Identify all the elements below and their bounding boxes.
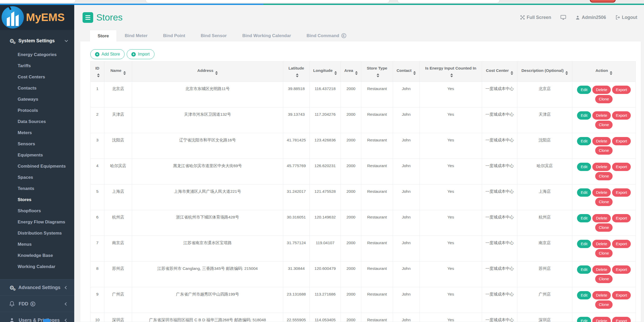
- sidebar-item-knowledge-base[interactable]: Knowledge Base: [0, 250, 74, 261]
- clone-button[interactable]: Clone: [595, 146, 613, 155]
- delete-button[interactable]: Delete: [592, 291, 611, 299]
- logo-text: MyEMS: [26, 11, 65, 24]
- export-button[interactable]: Export: [612, 214, 631, 222]
- edit-button[interactable]: Edit: [577, 240, 591, 248]
- tab-bind-command[interactable]: Bind CommandE: [299, 30, 354, 42]
- delete-button[interactable]: Delete: [592, 137, 611, 145]
- sidebar-item-energy-categories[interactable]: Energy Categories: [0, 49, 74, 60]
- sidebar-item-gateways[interactable]: Gateways: [0, 94, 74, 105]
- export-button[interactable]: Export: [612, 137, 631, 145]
- export-button[interactable]: Export: [612, 111, 631, 120]
- sidebar-item-shopfloors[interactable]: Shopfloors: [0, 205, 74, 216]
- delete-button[interactable]: Delete: [592, 214, 611, 222]
- delete-button[interactable]: Delete: [592, 163, 611, 171]
- edit-button[interactable]: Edit: [577, 163, 591, 171]
- cell-store-type: Restaurant: [361, 82, 393, 107]
- cell-latitude: 31.242017: [283, 184, 310, 210]
- clone-button[interactable]: Clone: [595, 95, 613, 103]
- export-button[interactable]: Export: [612, 188, 631, 197]
- sidebar-scrollbar-thumb[interactable]: [43, 319, 50, 322]
- export-button[interactable]: Export: [612, 240, 631, 248]
- sidebar-item-distribution-systems[interactable]: Distribution Systems: [0, 228, 74, 239]
- cell-name: 广州店: [104, 287, 132, 313]
- clone-button[interactable]: Clone: [595, 223, 613, 232]
- column-header-area[interactable]: Area: [341, 61, 361, 82]
- export-button[interactable]: Export: [612, 317, 631, 322]
- export-button[interactable]: Export: [612, 86, 631, 94]
- clone-button[interactable]: Clone: [595, 198, 613, 206]
- delete-button[interactable]: Delete: [592, 240, 611, 248]
- delete-button[interactable]: Delete: [592, 317, 611, 322]
- sidebar-item-sensors[interactable]: Sensors: [0, 138, 74, 149]
- sidebar-item-spaces[interactable]: Spaces: [0, 172, 74, 183]
- column-header-is-energy-input-counted-in[interactable]: Is Energy Input Counted In: [420, 61, 482, 82]
- sidebar-section-users-privileges[interactable]: Users & Privileges: [0, 312, 74, 322]
- logout-button[interactable]: Logout: [615, 15, 637, 20]
- edit-button[interactable]: Edit: [577, 265, 591, 274]
- sidebar-section-advanced-settings[interactable]: ⚙⚙ Advanced Settings: [0, 279, 74, 296]
- sidebar-item-tariffs[interactable]: Tariffs: [0, 60, 74, 71]
- edit-button[interactable]: Edit: [577, 214, 591, 222]
- column-header-description-optional-[interactable]: Description (Optional): [517, 61, 572, 82]
- column-header-address[interactable]: Address: [132, 61, 283, 82]
- app-logo[interactable]: MyEMS: [0, 5, 74, 30]
- sidebar-item-equipments[interactable]: Equipments: [0, 149, 74, 161]
- sidebar-item-working-calendar[interactable]: Working Calendar: [0, 261, 74, 272]
- column-header-name[interactable]: Name: [104, 61, 132, 82]
- delete-button[interactable]: Delete: [592, 111, 611, 120]
- clone-button[interactable]: Clone: [595, 249, 613, 257]
- column-header-latitude[interactable]: Latitude: [283, 61, 310, 82]
- tab-bind-working-calendar[interactable]: Bind Working Calendar: [234, 30, 299, 42]
- edit-button[interactable]: Edit: [577, 111, 591, 120]
- sidebar-item-stores[interactable]: Stores: [0, 194, 74, 205]
- clone-button[interactable]: Clone: [595, 172, 613, 180]
- export-button[interactable]: Export: [612, 291, 631, 299]
- edit-button[interactable]: Edit: [577, 86, 591, 94]
- sidebar-section-fdd[interactable]: FDDE: [0, 296, 74, 312]
- import-button[interactable]: + Import: [127, 49, 154, 59]
- sidebar-item-cost-centers[interactable]: Cost Centers: [0, 71, 74, 83]
- display-button[interactable]: [560, 15, 566, 20]
- delete-button[interactable]: Delete: [592, 188, 611, 197]
- cell-longitude: 116.437218: [310, 82, 341, 107]
- sidebar-item-energy-flow-diagrams[interactable]: Energy Flow Diagrams: [0, 216, 74, 228]
- cell-longitude: 114.053405: [310, 313, 341, 322]
- edit-button[interactable]: Edit: [577, 291, 591, 299]
- sidebar-item-tenants[interactable]: Tenants: [0, 183, 74, 194]
- column-header-store-type[interactable]: Store Type: [361, 61, 393, 82]
- sidebar-item-data-sources[interactable]: Data Sources: [0, 116, 74, 127]
- clone-button[interactable]: Clone: [595, 121, 613, 129]
- export-button[interactable]: Export: [612, 163, 631, 171]
- sidebar-item-contacts[interactable]: Contacts: [0, 83, 74, 94]
- add-store-button[interactable]: + Add Store: [90, 49, 125, 59]
- cell-longitude: 121.475528: [310, 184, 341, 210]
- column-header-longitude[interactable]: Longitude: [310, 61, 341, 82]
- delete-button[interactable]: Delete: [592, 86, 611, 94]
- tab-store[interactable]: Store: [90, 30, 117, 42]
- tab-bind-meter[interactable]: Bind Meter: [117, 30, 155, 42]
- export-button[interactable]: Export: [612, 265, 631, 274]
- sidebar-item-combined-equipments[interactable]: Combined Equipments: [0, 161, 74, 172]
- sidebar-item-menus[interactable]: Menus: [0, 239, 74, 250]
- menu-toggle-icon[interactable]: [83, 12, 93, 23]
- fullscreen-button[interactable]: Full Screen: [520, 15, 551, 20]
- user-menu[interactable]: Admin2506: [575, 15, 606, 20]
- edit-button[interactable]: Edit: [577, 317, 591, 322]
- clone-button[interactable]: Clone: [595, 275, 613, 283]
- column-header-contact[interactable]: Contact: [393, 61, 420, 82]
- sidebar-item-protocols[interactable]: Protocols: [0, 105, 74, 116]
- sidebar-section-system-settings[interactable]: ⚙⚙ System Settings: [0, 34, 74, 47]
- tab-bind-sensor[interactable]: Bind Sensor: [193, 30, 234, 42]
- column-header-cost-center[interactable]: Cost Center: [482, 61, 517, 82]
- column-header-action[interactable]: Action: [572, 61, 636, 82]
- column-header-id[interactable]: ID: [91, 61, 104, 82]
- sidebar-item-meters[interactable]: Meters: [0, 127, 74, 138]
- delete-button[interactable]: Delete: [592, 265, 611, 274]
- tab-bind-point[interactable]: Bind Point: [155, 30, 193, 42]
- edit-button[interactable]: Edit: [577, 188, 591, 197]
- table-row: 4 哈尔滨店 黑龙江省哈尔滨市道里区中央大街69号 45.775769 126.…: [91, 159, 636, 184]
- sidebar-menu: Energy CategoriesTariffsCost CentersCont…: [0, 49, 74, 272]
- cell-description: 沈阳店: [517, 133, 572, 159]
- clone-button[interactable]: Clone: [595, 300, 613, 309]
- edit-button[interactable]: Edit: [577, 137, 591, 145]
